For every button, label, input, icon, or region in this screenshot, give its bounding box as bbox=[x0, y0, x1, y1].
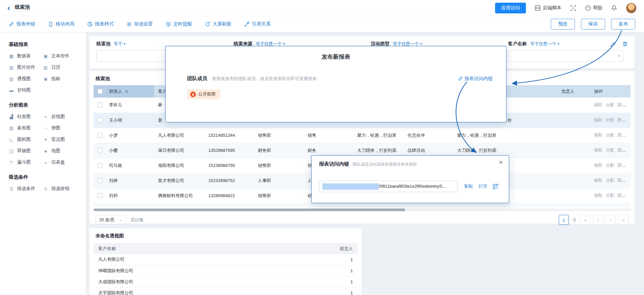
assign-link[interactable]: 分配 bbox=[606, 163, 614, 168]
filter-operator-value: 等于任意一个 bbox=[530, 41, 556, 47]
table-row: 小梦凡人有限公司15214851244销售部销售聚力，钜惠，巨划算生态伙伴聚力，… bbox=[94, 128, 631, 143]
toolbar-item-screen-refresh[interactable]: 大屏刷新 bbox=[205, 21, 231, 27]
next-page-button[interactable]: › bbox=[606, 215, 616, 225]
page-size-value: 20 条/页 bbox=[99, 217, 115, 223]
sidebar-item-indicator[interactable]: ◉指标 bbox=[43, 73, 77, 84]
toolbar-item-label: 筛选设置 bbox=[134, 21, 153, 27]
toolbar-item-external-link[interactable]: 报表外链 bbox=[9, 21, 35, 27]
open-link[interactable]: 打开 bbox=[479, 183, 487, 189]
assign-link[interactable]: 分配 bbox=[606, 148, 614, 153]
follow-up-link[interactable]: 跟进记录 bbox=[618, 148, 631, 153]
sort-icon[interactable]: ⇅ bbox=[125, 90, 128, 94]
follow-up-link[interactable]: 跟进记录 bbox=[618, 118, 631, 122]
save-button[interactable]: 保存 bbox=[581, 19, 605, 30]
chevron-down-icon: ▾ bbox=[420, 42, 422, 46]
app-access-button[interactable]: 应用访问 bbox=[495, 3, 526, 13]
sidebar-item-gantt-chart[interactable]: ▬甘特图 bbox=[9, 84, 43, 96]
claim-link[interactable]: 领取 bbox=[594, 193, 602, 198]
sidebar-item-dual-axis-chart[interactable]: ◫双轴图 bbox=[9, 145, 43, 157]
current-page[interactable]: 1 bbox=[559, 215, 569, 225]
sidebar-item-funnel-chart[interactable]: ▽漏斗图 bbox=[9, 157, 43, 168]
public-permission-tag[interactable]: 公开权限 bbox=[187, 89, 220, 99]
claim-link[interactable]: 领取 bbox=[594, 118, 602, 122]
sidebar-item-gauge-chart[interactable]: ◒仪表盘 bbox=[43, 157, 77, 168]
filter-operator[interactable]: 等于▾ bbox=[114, 41, 125, 47]
claim-link[interactable]: 领取 bbox=[594, 103, 602, 107]
copy-link[interactable]: 复制 bbox=[464, 183, 473, 189]
sidebar-item-text-widget[interactable]: ▣文本控件 bbox=[43, 50, 77, 62]
row-checkbox[interactable] bbox=[98, 103, 103, 108]
delete-icon[interactable] bbox=[622, 41, 628, 47]
sidebar-item-calendar[interactable]: ▤日历 bbox=[43, 62, 77, 73]
sidebar-item-pivot-chart[interactable]: ▥透视图 bbox=[9, 73, 43, 84]
cell-role: 销售 bbox=[304, 128, 353, 143]
follow-up-link[interactable]: 跟进记录 bbox=[618, 103, 631, 107]
page-total: /1 bbox=[573, 218, 576, 222]
sidebar-item-filter-button[interactable]: ⊙筛选按钮 bbox=[43, 183, 77, 194]
notification-bell-icon[interactable] bbox=[611, 5, 617, 11]
row-checkbox[interactable] bbox=[98, 133, 103, 138]
sidebar-section-basic-reports: ▦数据表▣文本控件▨图片控件▤日历▥透视图◉指标▬甘特图 bbox=[9, 50, 77, 96]
row-checkbox[interactable] bbox=[98, 178, 103, 183]
first-page-button[interactable]: « bbox=[580, 215, 590, 225]
funnel-chart-icon: ▽ bbox=[9, 160, 14, 165]
toolbar-item-mobile-layout[interactable]: 移动布局 bbox=[48, 21, 74, 27]
select-all-checkbox[interactable] bbox=[98, 89, 103, 94]
follow-up-link[interactable]: 跟进记录 bbox=[618, 133, 631, 137]
filter-input-customer-name[interactable]: ▾ bbox=[508, 50, 624, 62]
sidebar-item-filter-condition[interactable]: ☰筛选条件 bbox=[9, 183, 43, 194]
qrcode-icon[interactable] bbox=[493, 184, 498, 189]
assign-link[interactable]: 分配 bbox=[606, 193, 614, 198]
follow-up-link[interactable]: 跟进记录 bbox=[618, 163, 631, 168]
row-checkbox[interactable] bbox=[98, 163, 103, 168]
pivot-card: 未命名透视图 客户名称提交人凡人有限公司1坤曜国际有限公司1大成国际有限公司1天… bbox=[90, 228, 362, 295]
report-url-input[interactable]: /5f811baeaf8f26e1e2f90eeb/entry/5... bbox=[319, 181, 458, 192]
assign-link[interactable]: 分配 bbox=[606, 103, 614, 107]
preview-button[interactable]: 预览 bbox=[551, 19, 575, 30]
prev-page-button[interactable]: ‹ bbox=[593, 215, 603, 225]
claim-link[interactable]: 领取 bbox=[594, 163, 602, 168]
cell-campaign: 聚力，钜惠，巨划算 bbox=[353, 128, 404, 143]
cell-campaign2 bbox=[453, 203, 503, 208]
claim-link[interactable]: 领取 bbox=[594, 148, 602, 153]
report-internal-link-button[interactable]: 报表访问内链 bbox=[458, 76, 493, 82]
close-icon[interactable]: × bbox=[499, 159, 503, 166]
sidebar-item-radar-chart[interactable]: ✶雷达图 bbox=[43, 134, 77, 145]
sidebar-item-pie-chart[interactable]: ◔饼图 bbox=[43, 122, 77, 134]
pivot-count-cell: 1 bbox=[314, 287, 358, 295]
sidebar-item-map-chart[interactable]: ◈地图 bbox=[43, 145, 77, 157]
sidebar-item-image-widget[interactable]: ▨图片控件 bbox=[9, 62, 43, 73]
publish-button[interactable]: 发布 bbox=[611, 19, 635, 30]
last-page-button[interactable]: » bbox=[619, 215, 629, 225]
follow-up-link[interactable]: 跟进记录 bbox=[618, 178, 631, 183]
sidebar-item-bar-chart[interactable]: ▤条形图 bbox=[9, 122, 43, 134]
pagination-controls: 1 /1 «‹›» bbox=[559, 215, 629, 225]
row-checkbox[interactable] bbox=[98, 118, 103, 123]
assign-link[interactable]: 分配 bbox=[606, 133, 614, 137]
sidebar-item-line-chart[interactable]: ∿折线图 bbox=[43, 111, 77, 122]
horizontal-scrollbar[interactable] bbox=[94, 209, 405, 211]
claim-link[interactable]: 领取 bbox=[594, 133, 602, 137]
filter-operator[interactable]: 等于任意一个▾ bbox=[530, 41, 559, 47]
assign-link[interactable]: 分配 bbox=[606, 118, 614, 122]
back-button[interactable]: ‹ bbox=[7, 1, 10, 15]
edit-icon[interactable] bbox=[610, 41, 616, 47]
toolbar-item-timed-reminder[interactable]: 定时提醒 bbox=[166, 21, 192, 27]
help-button[interactable]: ? 帮助 bbox=[585, 5, 602, 11]
claim-link[interactable]: 领取 bbox=[594, 178, 602, 183]
sidebar-item-data-table[interactable]: ▦数据表 bbox=[9, 50, 43, 62]
avatar[interactable] bbox=[626, 3, 637, 13]
backend-script-button[interactable]: 后端脚本 bbox=[535, 5, 561, 11]
link-modal-title: 报表访问内链 bbox=[319, 161, 349, 167]
row-checkbox[interactable] bbox=[98, 193, 103, 198]
sidebar-item-area-chart[interactable]: ◺面积图 bbox=[9, 134, 43, 145]
translate-icon[interactable]: A bbox=[570, 5, 576, 11]
toolbar-item-report-style[interactable]: 报表样式 bbox=[87, 21, 114, 27]
toolbar-item-filter-settings[interactable]: 筛选设置 bbox=[126, 21, 153, 27]
page-size-select[interactable]: 20 条/页 ⌄ bbox=[96, 215, 126, 225]
sidebar-item-column-chart[interactable]: ▟柱形图 bbox=[9, 111, 43, 122]
assign-link[interactable]: 分配 bbox=[606, 178, 614, 183]
toolbar-item-reference-relations[interactable]: 引用关系 bbox=[244, 21, 271, 27]
follow-up-link[interactable]: 跟进记录 bbox=[618, 193, 631, 198]
row-checkbox[interactable] bbox=[98, 148, 103, 153]
